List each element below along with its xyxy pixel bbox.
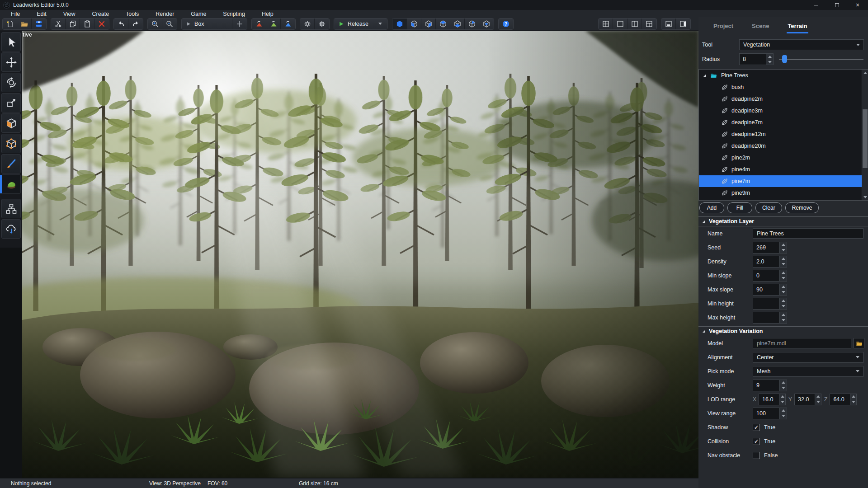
- view-range-input[interactable]: [753, 408, 779, 419]
- menu-render[interactable]: Render: [149, 11, 184, 17]
- delete-button[interactable]: [94, 19, 109, 29]
- pick-mode-dropdown[interactable]: Mesh: [753, 366, 863, 377]
- close-button[interactable]: ×: [847, 0, 868, 10]
- layout-single-button[interactable]: [613, 19, 627, 29]
- max-slope-input[interactable]: [753, 284, 779, 295]
- settings-button[interactable]: [300, 19, 315, 29]
- tree-item-pine7m[interactable]: pine7m: [699, 175, 862, 187]
- cloud-tool-button[interactable]: [1, 219, 21, 239]
- radius-spinner[interactable]: [739, 53, 774, 65]
- menu-scripting[interactable]: Scripting: [217, 11, 255, 17]
- max-height-spinner[interactable]: [753, 312, 787, 324]
- scroll-down-icon[interactable]: [862, 194, 868, 200]
- vegetation-variation-header[interactable]: Vegetation Variation: [698, 326, 868, 336]
- tree-scrollbar[interactable]: [862, 70, 868, 200]
- vegetation-layer-header[interactable]: Vegetation Layer: [698, 216, 868, 226]
- layout-three-pane-button[interactable]: [642, 19, 656, 29]
- fill-button[interactable]: Fill: [727, 202, 752, 213]
- lod-y-spinner[interactable]: [794, 394, 821, 405]
- project-settings-button[interactable]: [315, 19, 329, 29]
- min-height-input[interactable]: [753, 298, 779, 309]
- save-button[interactable]: [32, 19, 46, 29]
- max-slope-spinner[interactable]: [753, 284, 787, 296]
- tab-terrain[interactable]: Terrain: [787, 20, 808, 33]
- spin-up-icon[interactable]: [766, 54, 773, 59]
- radius-input[interactable]: [740, 54, 766, 65]
- max-height-input[interactable]: [753, 312, 779, 323]
- paint-tool-button[interactable]: [1, 154, 21, 174]
- copy-button[interactable]: [66, 19, 80, 29]
- nav-obstacle-checkbox[interactable]: [753, 452, 760, 459]
- render-mode-normals-button[interactable]: [465, 19, 479, 29]
- layout-quad-button[interactable]: [599, 19, 613, 29]
- face-select-tool-button[interactable]: [1, 113, 21, 133]
- minimize-button[interactable]: [806, 0, 826, 10]
- min-height-spinner[interactable]: [753, 298, 787, 310]
- move-tool-button[interactable]: [1, 52, 21, 72]
- model-input[interactable]: [753, 338, 851, 348]
- tree-item-deadpine7m[interactable]: deadpine7m: [699, 117, 862, 128]
- tree-item-pine9m[interactable]: pine9m: [699, 187, 862, 199]
- undo-button[interactable]: [114, 19, 128, 29]
- new-button[interactable]: [3, 19, 17, 29]
- render-mode-wireframe-button[interactable]: [407, 19, 421, 29]
- menu-file[interactable]: File: [5, 11, 30, 17]
- seed-input[interactable]: [753, 242, 779, 253]
- collision-checkbox[interactable]: ✓: [753, 438, 760, 445]
- tree-item-deadpine20m[interactable]: deadpine20m: [699, 140, 862, 152]
- add-button[interactable]: Add: [699, 202, 724, 213]
- weight-spinner[interactable]: [753, 380, 787, 391]
- render-mode-textured-button[interactable]: [436, 19, 450, 29]
- alignment-dropdown[interactable]: Center: [753, 352, 863, 363]
- render-mode-shaded-wire-button[interactable]: [421, 19, 436, 29]
- scale-tool-button[interactable]: [1, 93, 21, 113]
- tree-root-row[interactable]: Pine Trees: [699, 70, 862, 81]
- menu-help[interactable]: Help: [255, 11, 284, 17]
- view-range-spinner[interactable]: [753, 408, 787, 419]
- min-slope-spinner[interactable]: [753, 270, 787, 282]
- paste-button[interactable]: [80, 19, 94, 29]
- clear-button[interactable]: Clear: [755, 202, 782, 213]
- tool-dropdown[interactable]: Vegetation: [739, 39, 864, 50]
- zoom-in-button[interactable]: [148, 19, 162, 29]
- render-mode-lit-button[interactable]: [450, 19, 465, 29]
- menu-game[interactable]: Game: [184, 11, 217, 17]
- spin-down-icon[interactable]: [766, 59, 773, 65]
- redo-button[interactable]: [128, 19, 143, 29]
- open-button[interactable]: [17, 19, 32, 29]
- menu-tools[interactable]: Tools: [119, 11, 149, 17]
- seed-spinner[interactable]: [753, 242, 787, 253]
- lod-z-spinner[interactable]: [830, 394, 857, 405]
- help-button[interactable]: ?: [499, 19, 513, 29]
- render-mode-uv-button[interactable]: [479, 19, 494, 29]
- layout-two-pane-button[interactable]: [627, 19, 642, 29]
- weight-input[interactable]: [753, 380, 779, 391]
- lod-x-input[interactable]: [759, 394, 779, 405]
- viewport-3d[interactable]: tive: [22, 31, 698, 478]
- scrollbar-thumb[interactable]: [863, 109, 868, 168]
- zoom-out-button[interactable]: [162, 19, 177, 29]
- primitive-dropdown[interactable]: Box: [182, 19, 232, 29]
- tab-project[interactable]: Project: [712, 20, 734, 33]
- tree-item-pine4m[interactable]: pine4m: [699, 164, 862, 175]
- tree-item-deadpine2m[interactable]: deadpine2m: [699, 93, 862, 105]
- menu-view[interactable]: View: [57, 11, 86, 17]
- hierarchy-tool-button[interactable]: [1, 199, 21, 218]
- lod-y-input[interactable]: [795, 394, 815, 405]
- shadow-checkbox[interactable]: ✓: [753, 424, 760, 431]
- run-config-dropdown[interactable]: Release: [334, 19, 387, 29]
- add-primitive-button[interactable]: [232, 19, 247, 29]
- console-toggle-button[interactable]: [661, 19, 676, 29]
- rotate-tool-button[interactable]: [1, 73, 21, 92]
- lod-x-spinner[interactable]: [759, 394, 786, 405]
- remove-button[interactable]: Remove: [785, 202, 819, 213]
- name-input[interactable]: [753, 228, 863, 239]
- vegetation-tool-button[interactable]: [1, 174, 21, 194]
- browse-model-button[interactable]: [854, 338, 864, 348]
- terrain-smooth-button[interactable]: [266, 19, 281, 29]
- render-mode-solid-button[interactable]: [392, 19, 407, 29]
- sidebar-toggle-button[interactable]: [676, 19, 690, 29]
- density-spinner[interactable]: [753, 256, 787, 267]
- terrain-paint-button[interactable]: [281, 19, 295, 29]
- lod-z-input[interactable]: [830, 394, 850, 405]
